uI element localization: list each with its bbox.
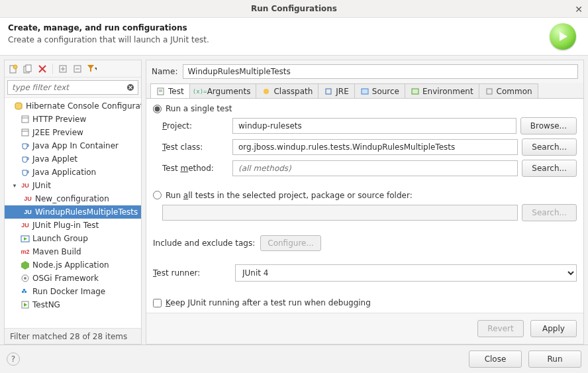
- separator: [52, 64, 53, 74]
- name-input[interactable]: [183, 64, 578, 79]
- node-icon: JU: [23, 194, 32, 203]
- svg-rect-38: [412, 89, 418, 94]
- tree-item[interactable]: Run Docker Image: [5, 285, 141, 298]
- svg-rect-28: [24, 291, 26, 293]
- search-all-button: Search...: [522, 204, 577, 221]
- tree-item[interactable]: TestNG: [5, 298, 141, 311]
- left-pane: Hibernate Console ConfigurationHTTP Prev…: [4, 60, 142, 345]
- tree-item[interactable]: JUNew_configuration: [5, 192, 141, 205]
- tree-item[interactable]: Java Applet: [5, 152, 141, 166]
- tags-label: Include and exclude tags:: [153, 239, 255, 248]
- svg-rect-36: [326, 89, 331, 94]
- run-button[interactable]: Run: [528, 350, 581, 368]
- single-test-radio[interactable]: [153, 105, 162, 113]
- apply-button[interactable]: Apply: [530, 320, 577, 337]
- project-label: PProject:roject:: [162, 121, 228, 131]
- tree-item[interactable]: Java App In Container: [5, 139, 141, 152]
- tree-item[interactable]: HTTP Preview: [5, 113, 141, 126]
- tree-item[interactable]: OSGi Framework: [5, 272, 141, 285]
- node-icon: JU: [21, 221, 30, 230]
- search-class-button[interactable]: Search...: [522, 138, 577, 156]
- node-icon: [21, 234, 30, 243]
- filter-input[interactable]: [7, 80, 138, 95]
- test-method-input[interactable]: [232, 160, 518, 176]
- keep-running-checkbox[interactable]: [153, 299, 162, 307]
- tree-item-label: Java App In Container: [32, 139, 119, 152]
- tree-item-label: TestNG: [32, 298, 60, 311]
- tab-source[interactable]: Source: [354, 83, 405, 98]
- tab-label: Test: [168, 87, 184, 96]
- jre-icon: [324, 87, 333, 96]
- tree-item[interactable]: JUWindupRulesMultipleTests: [5, 205, 141, 219]
- bottom-bar: ? Close Run: [0, 345, 588, 373]
- tree-item-label: Maven Build: [32, 245, 81, 258]
- search-method-button[interactable]: Search...: [522, 160, 577, 177]
- svg-point-26: [24, 277, 26, 280]
- tree-item[interactable]: Hibernate Console Configuration: [5, 99, 141, 113]
- common-icon: [485, 87, 494, 96]
- collapse-all-icon[interactable]: [73, 64, 82, 74]
- close-icon[interactable]: ✕: [575, 4, 583, 15]
- run-large-icon: [550, 23, 576, 50]
- tree-item[interactable]: Java Application: [5, 166, 141, 179]
- env-icon: [411, 87, 420, 96]
- tree-item[interactable]: JUJUnit Plug-in Test: [5, 219, 141, 232]
- new-config-icon[interactable]: [9, 64, 18, 74]
- tab-jre[interactable]: JRE: [318, 83, 354, 98]
- svg-rect-4: [26, 65, 31, 72]
- header-desc: Create a configuration that will launch …: [8, 35, 209, 44]
- node-icon: [21, 168, 30, 177]
- browse-button[interactable]: Browse...: [520, 117, 577, 134]
- tab-environment[interactable]: Environment: [405, 83, 479, 98]
- node-icon: [21, 287, 30, 296]
- header: Create, manage, and run configurations C…: [0, 18, 588, 56]
- svg-marker-13: [95, 68, 97, 70]
- filter-box: [5, 78, 141, 97]
- tree-item-label: JUnit Plug-in Test: [32, 219, 99, 232]
- tree-item-label: Java Applet: [32, 152, 77, 166]
- test-class-input[interactable]: [232, 139, 518, 155]
- close-button[interactable]: Close: [469, 350, 522, 368]
- node-icon: [21, 141, 30, 150]
- node-icon: m2: [21, 247, 30, 256]
- all-tests-input: [162, 205, 518, 221]
- tree-item[interactable]: Launch Group: [5, 232, 141, 245]
- clear-filter-icon[interactable]: [126, 83, 135, 92]
- cp-icon: [262, 87, 271, 96]
- project-row: PProject:roject: Browse...: [162, 117, 577, 134]
- svg-marker-31: [24, 303, 27, 307]
- expand-all-icon[interactable]: [58, 64, 68, 74]
- tab-common[interactable]: Common: [479, 83, 538, 98]
- test-method-label: Test method:: [162, 164, 228, 173]
- node-icon: JU: [21, 181, 30, 190]
- tab-classpath[interactable]: Classpath: [256, 83, 318, 98]
- tree-item-label: OSGi Framework: [32, 272, 99, 285]
- tree-item-label: J2EE Preview: [32, 126, 83, 139]
- tree-item[interactable]: Node.js Application: [5, 258, 141, 272]
- svg-rect-18: [22, 116, 28, 123]
- runner-label: Test runner:: [153, 268, 230, 278]
- tab-label: Classpath: [273, 87, 313, 96]
- svg-marker-12: [87, 65, 94, 72]
- title-bar: Run Configurations ✕: [0, 0, 588, 18]
- twisty-icon[interactable]: ▾: [11, 182, 18, 189]
- project-input[interactable]: [232, 118, 516, 134]
- tree-item[interactable]: m2Maven Build: [5, 245, 141, 258]
- runner-select[interactable]: JUnit 4: [235, 264, 577, 282]
- tree-item[interactable]: ▾JUJUnit: [5, 179, 141, 192]
- tab-label: JRE: [336, 87, 348, 96]
- filter-dropdown-icon[interactable]: [87, 64, 97, 74]
- name-label: Name:: [152, 67, 177, 76]
- all-tests-radio[interactable]: [153, 191, 162, 199]
- keep-running-label: Keep JUnit running after a test run when…: [166, 298, 371, 307]
- duplicate-icon[interactable]: [23, 64, 32, 74]
- node-icon: [21, 260, 30, 270]
- help-icon[interactable]: ?: [7, 352, 20, 366]
- delete-icon[interactable]: [38, 64, 47, 74]
- config-tree[interactable]: Hibernate Console ConfigurationHTTP Prev…: [5, 97, 141, 328]
- tree-item[interactable]: J2EE Preview: [5, 126, 141, 139]
- tab-arguments[interactable]: (x)=Arguments: [189, 83, 257, 98]
- tab-test[interactable]: Test: [150, 83, 190, 98]
- tab-label: Environment: [422, 87, 473, 96]
- svg-rect-37: [362, 89, 368, 94]
